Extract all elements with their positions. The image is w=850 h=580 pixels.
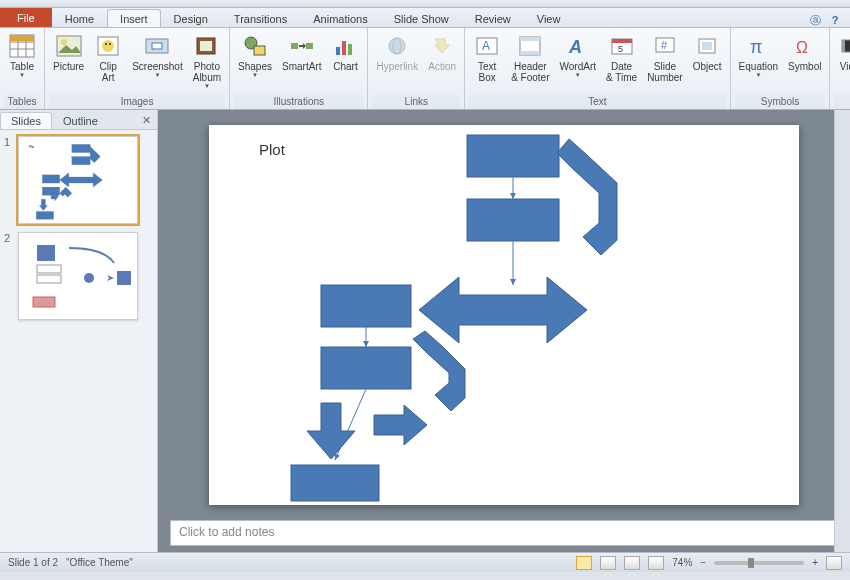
wordart-icon: A — [564, 32, 592, 60]
zoom-level[interactable]: 74% — [672, 557, 692, 568]
svg-rect-45 — [72, 157, 90, 165]
picture-icon — [55, 32, 83, 60]
svg-rect-32 — [612, 39, 632, 43]
slide-title-text[interactable]: Plot — [259, 141, 286, 158]
shape-right-arrow[interactable] — [374, 405, 427, 445]
smartart-button[interactable]: SmartArt — [278, 30, 325, 74]
clipart-button[interactable]: Clip Art — [90, 30, 126, 85]
tab-file[interactable]: File — [0, 8, 52, 27]
shapes-button[interactable]: Shapes▼ — [234, 30, 276, 80]
headerfooter-icon — [516, 32, 544, 60]
svg-rect-28 — [520, 37, 540, 41]
help-icon[interactable]: ? — [828, 13, 842, 27]
photoalbum-button[interactable]: Photo Album▼ — [189, 30, 225, 91]
hyperlink-icon — [383, 32, 411, 60]
panel-close-button[interactable]: ✕ — [136, 112, 157, 129]
hyperlink-button: Hyperlink — [372, 30, 422, 74]
wordart-button[interactable]: AWordArt▼ — [556, 30, 601, 80]
tab-transitions[interactable]: Transitions — [221, 9, 300, 27]
chart-icon — [331, 32, 359, 60]
svg-text:π: π — [750, 37, 762, 57]
group-links-label: Links — [372, 95, 460, 109]
svg-point-23 — [389, 38, 405, 54]
svg-rect-13 — [152, 43, 162, 49]
svg-point-11 — [109, 43, 111, 45]
table-icon — [8, 32, 36, 60]
view-slideshow-button[interactable] — [648, 556, 664, 570]
notes-pane[interactable]: Click to add notes — [170, 520, 838, 546]
tab-review[interactable]: Review — [462, 9, 524, 27]
equation-button[interactable]: πEquation▼ — [735, 30, 782, 80]
svg-rect-19 — [306, 43, 313, 49]
video-icon — [838, 32, 850, 60]
slidenumber-button[interactable]: #Slide Number — [643, 30, 687, 85]
panel-tab-slides[interactable]: Slides — [0, 112, 52, 129]
smartart-icon — [288, 32, 316, 60]
picture-button[interactable]: Picture — [49, 30, 88, 74]
headerfooter-button[interactable]: Header & Footer — [507, 30, 553, 85]
object-button[interactable]: Object — [689, 30, 726, 74]
chart-button[interactable]: Chart — [327, 30, 363, 74]
group-images-label: Images — [49, 95, 225, 109]
clipart-icon — [94, 32, 122, 60]
group-text-label: Text — [469, 95, 725, 109]
slides-panel: Slides Outline ✕ 1 Plot 2 — [0, 110, 158, 552]
minimize-ribbon-icon[interactable]: ⓐ — [808, 13, 822, 27]
tab-view[interactable]: View — [524, 9, 574, 27]
svg-rect-41 — [842, 40, 845, 52]
tab-home[interactable]: Home — [52, 9, 107, 27]
tab-slideshow[interactable]: Slide Show — [381, 9, 462, 27]
svg-rect-37 — [702, 42, 712, 50]
symbol-button[interactable]: ΩSymbol — [784, 30, 825, 74]
zoom-in-button[interactable]: + — [812, 557, 818, 568]
shape-bent-arrow[interactable] — [413, 331, 465, 411]
zoom-slider[interactable] — [714, 561, 804, 565]
shape-rect[interactable] — [291, 465, 379, 501]
equation-icon: π — [744, 32, 772, 60]
slide-canvas[interactable]: Plot — [209, 125, 799, 505]
fit-to-window-button[interactable] — [826, 556, 842, 570]
shape-bent-arrow[interactable] — [557, 139, 617, 255]
thumb-number: 2 — [4, 232, 14, 320]
vertical-scrollbar[interactable] — [834, 110, 850, 552]
datetime-button[interactable]: 5Date & Time — [602, 30, 641, 85]
svg-text:5: 5 — [618, 44, 623, 54]
svg-rect-29 — [520, 51, 540, 55]
view-sorter-button[interactable] — [600, 556, 616, 570]
shape-rect[interactable] — [321, 347, 411, 389]
zoom-out-button[interactable]: − — [700, 557, 706, 568]
view-reading-button[interactable] — [624, 556, 640, 570]
tab-insert[interactable]: Insert — [107, 9, 161, 27]
shape-rect[interactable] — [467, 135, 559, 177]
screenshot-button[interactable]: Screenshot▼ — [128, 30, 187, 80]
slide-stage: Plot Click — [158, 110, 850, 552]
svg-rect-21 — [342, 41, 346, 55]
shape-down-arrow[interactable] — [307, 403, 355, 459]
shape-rect[interactable] — [321, 285, 411, 327]
shape-double-arrow[interactable] — [419, 277, 587, 343]
slide-thumbnail-2[interactable] — [18, 232, 138, 320]
group-media-label: Media — [834, 95, 850, 109]
quick-access-toolbar — [0, 0, 850, 8]
svg-rect-50 — [37, 265, 61, 273]
textbox-button[interactable]: AText Box — [469, 30, 505, 85]
shapes-icon — [241, 32, 269, 60]
tab-animations[interactable]: Animations — [300, 9, 380, 27]
shape-rect[interactable] — [467, 199, 559, 241]
svg-point-24 — [393, 38, 401, 54]
thumb-number: 1 — [4, 136, 14, 224]
action-icon — [428, 32, 456, 60]
svg-text:#: # — [661, 39, 668, 51]
slide-thumbnail-1[interactable]: Plot — [18, 136, 138, 224]
video-button[interactable]: Video▼ — [834, 30, 850, 80]
action-button: Action — [424, 30, 460, 74]
status-theme: "Office Theme" — [66, 557, 133, 568]
panel-tab-outline[interactable]: Outline — [52, 112, 109, 129]
view-normal-button[interactable] — [576, 556, 592, 570]
svg-rect-53 — [117, 271, 131, 285]
svg-rect-48 — [36, 212, 53, 220]
svg-rect-46 — [42, 175, 59, 183]
object-icon — [693, 32, 721, 60]
table-button[interactable]: Table▼ — [4, 30, 40, 80]
tab-design[interactable]: Design — [161, 9, 221, 27]
